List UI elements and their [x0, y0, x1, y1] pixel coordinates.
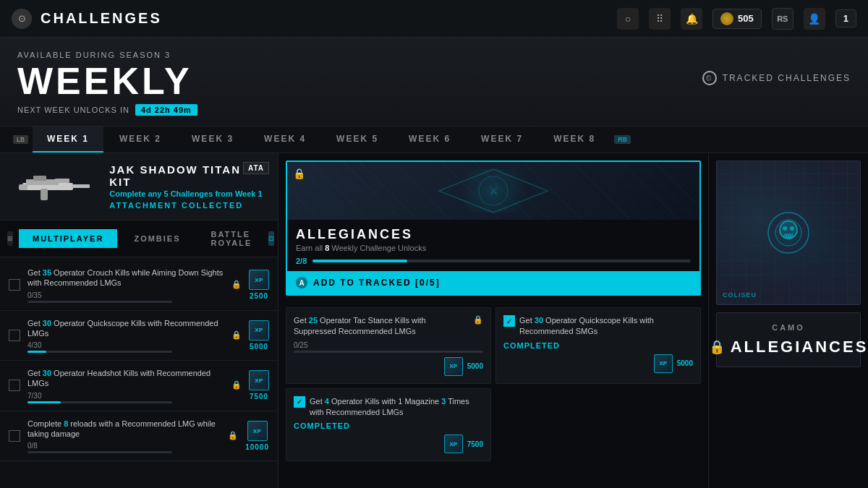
tab-week1[interactable]: WEEK 1 [33, 127, 103, 153]
tab-week5[interactable]: WEEK 5 [322, 127, 393, 153]
challenge-text-1: Get 35 Operator Crouch Kills while Aimin… [27, 267, 224, 288]
level-value: 1 [843, 13, 848, 24]
ch-card-1[interactable]: Get 25 Operator Tac Stance Kills with Su… [286, 307, 491, 384]
svg-rect-5 [33, 176, 46, 181]
prog-label-4: 0/8 [27, 442, 221, 450]
tab-week8[interactable]: WEEK 8 [539, 127, 610, 153]
ch-card-header-3: ✓ Get 4 Operator Kills with 1 Magazine 3… [294, 396, 483, 418]
right-panel: COLISEU CAMO 🔒 ALLEGIANCES [709, 153, 868, 488]
attachment-badge: ATTACHMENT COLLECTED [109, 201, 266, 210]
camo-name: ALLEGIANCES [731, 338, 868, 356]
challenge-item-4[interactable]: Complete 8 reloads with a Recommended LM… [0, 411, 278, 462]
tab-week7[interactable]: WEEK 7 [467, 127, 537, 153]
xp-icon-2: XP [249, 320, 269, 341]
challenge-item-2[interactable]: Get 30 Operator Quickscope Kills with Re… [0, 311, 278, 361]
tab-week4[interactable]: WEEK 4 [250, 127, 320, 153]
completed-check-3: ✓ [294, 396, 305, 408]
rs-badge: RS [772, 8, 793, 30]
allegiances-card: ⚔ 🔒 ALLEGIANCES Earn all 8 Weekly Challe… [286, 160, 701, 296]
challenge-progress-4: 0/8 [27, 442, 221, 453]
prog-bar-2 [27, 351, 172, 353]
map-corner-label: COLISEU [723, 291, 856, 299]
challenge-item[interactable]: Get 35 Operator Crouch Kills while Aimin… [0, 260, 278, 311]
alleg-info: ALLEGIANCES Earn all 8 Weekly Challenge … [287, 220, 699, 271]
prog-label-1: 0/35 [27, 291, 224, 299]
challenge-xp-4: XP 10000 [245, 421, 269, 451]
add-tracked-icon: A [296, 277, 307, 288]
ch-card-xp-2: XP 5000 [654, 354, 693, 373]
svg-rect-17 [788, 235, 789, 238]
ch-card-xp-3: XP 7500 [444, 435, 483, 453]
challenge-checkbox-2[interactable] [9, 330, 20, 341]
tracked-challenges-button[interactable]: © TRACKED CHALLENGES [702, 71, 851, 85]
challenge-xp-3: XP 7500 [249, 370, 269, 401]
right-challenges: Get 25 Operator Tac Stance Kills with Su… [278, 303, 708, 488]
completed-badge-3: COMPLETED [294, 421, 483, 430]
player-icon: 👤 [804, 8, 825, 30]
ch-card-3[interactable]: ✓ Get 4 Operator Kills with 1 Magazine 3… [286, 388, 491, 462]
map-preview: COLISEU [716, 160, 861, 305]
currency-badge: 505 [712, 9, 762, 29]
week-tabs: LB WEEK 1 WEEK 2 WEEK 3 WEEK 4 WEEK 5 WE… [0, 127, 868, 153]
challenge-info-4: Complete 8 reloads with a Recommended LM… [27, 419, 221, 454]
currency-value: 505 [738, 13, 754, 24]
unlock-timer: NEXT WEEK UNLOCKS IN 4d 22h 49m [17, 104, 197, 116]
grid-icon-btn[interactable]: ⠿ [649, 8, 671, 30]
xp-val-1: 2500 [250, 292, 268, 300]
back-icon: ⊙ [18, 13, 26, 24]
challenge-checkbox-1[interactable] [9, 279, 20, 291]
alleg-banner: ⚔ 🔒 [287, 162, 699, 220]
cat-battle-royale[interactable]: BATTLE ROYALE [197, 225, 266, 252]
circle-icon-btn[interactable]: ○ [617, 8, 639, 30]
rb-badge: RB [614, 135, 631, 144]
alleg-prog-fill [312, 260, 407, 262]
cat-multiplayer[interactable]: MULTIPLAYER [19, 229, 117, 248]
cat-zombies[interactable]: ZOMBIES [120, 229, 194, 248]
camo-lock-icon: 🔒 [709, 339, 725, 355]
alleg-subtitle: Earn all 8 Weekly Challenge Unlocks [296, 244, 691, 252]
reward-desc: Complete any 5 Challenges from Week 1 [109, 189, 266, 198]
bell-icon-btn[interactable]: 🔔 [681, 8, 702, 30]
category-tabs: ⊞ MULTIPLAYER ZOMBIES BATTLE ROYALE ⊡ [0, 221, 278, 257]
weekly-title: WEEKLY [17, 62, 197, 100]
challenge-info-3: Get 30 Operator Headshot Kills with Reco… [27, 368, 224, 403]
xp-val-sm-1: 5000 [467, 362, 483, 370]
tab-week3[interactable]: WEEK 3 [177, 127, 248, 153]
ch-card-text-1: Get 25 Operator Tac Stance Kills with Su… [294, 315, 469, 337]
top-bar-left: ⊙ CHALLENGES [12, 9, 162, 29]
alleg-title: ALLEGIANCES [296, 227, 691, 242]
ch-card-footer-2: XP 5000 [503, 354, 693, 373]
challenge-progress-2: 4/30 [27, 341, 224, 353]
cat-right-icon: ⊡ [268, 231, 274, 246]
add-tracked-button[interactable]: A ADD TO TRACKED [0/5] [287, 271, 699, 294]
challenge-checkbox-4[interactable] [9, 430, 20, 442]
challenge-item-3[interactable]: Get 30 Operator Headshot Kills with Reco… [0, 361, 278, 411]
lock-icon-3: 🔒 [231, 380, 242, 390]
top-bar: ⊙ CHALLENGES ○ ⠿ 🔔 505 RS 👤 1 [0, 0, 868, 38]
challenge-info-2: Get 30 Operator Quickscope Kills with Re… [27, 318, 224, 354]
challenge-text-4: Complete 8 reloads with a Recommended LM… [27, 419, 221, 440]
svg-rect-16 [786, 235, 787, 238]
alleg-progress-row: 2/8 [296, 257, 691, 265]
prog-bar-4 [27, 451, 172, 453]
challenge-checkbox-3[interactable] [9, 380, 20, 391]
svg-point-13 [783, 226, 787, 231]
timer-value: 4d 22h 49m [135, 104, 197, 116]
tab-week6[interactable]: WEEK 6 [394, 127, 465, 153]
challenge-xp-2: XP 5000 [249, 320, 269, 351]
cat-left-icon: ⊞ [7, 231, 13, 246]
ch-card-2[interactable]: ✓ Get 30 Operator Quickscope Kills with … [495, 307, 701, 384]
back-button[interactable]: ⊙ [12, 9, 32, 29]
svg-rect-18 [790, 235, 791, 238]
ch-card-prog-bar-1 [294, 351, 483, 353]
prog-label-2: 4/30 [27, 341, 224, 349]
ch-card-header-1: Get 25 Operator Tac Stance Kills with Su… [294, 315, 483, 337]
ch-card-text-2: Get 30 Operator Quickscope Kills with Re… [519, 315, 693, 337]
svg-rect-2 [72, 184, 90, 188]
lock-icon-4: 🔒 [228, 431, 238, 441]
ata-badge: ATA [243, 162, 269, 174]
prog-bar-3 [27, 401, 172, 403]
xp-val-sm-3: 7500 [467, 440, 483, 448]
top-bar-right: ○ ⠿ 🔔 505 RS 👤 1 [617, 8, 856, 30]
tab-week2[interactable]: WEEK 2 [105, 127, 176, 153]
